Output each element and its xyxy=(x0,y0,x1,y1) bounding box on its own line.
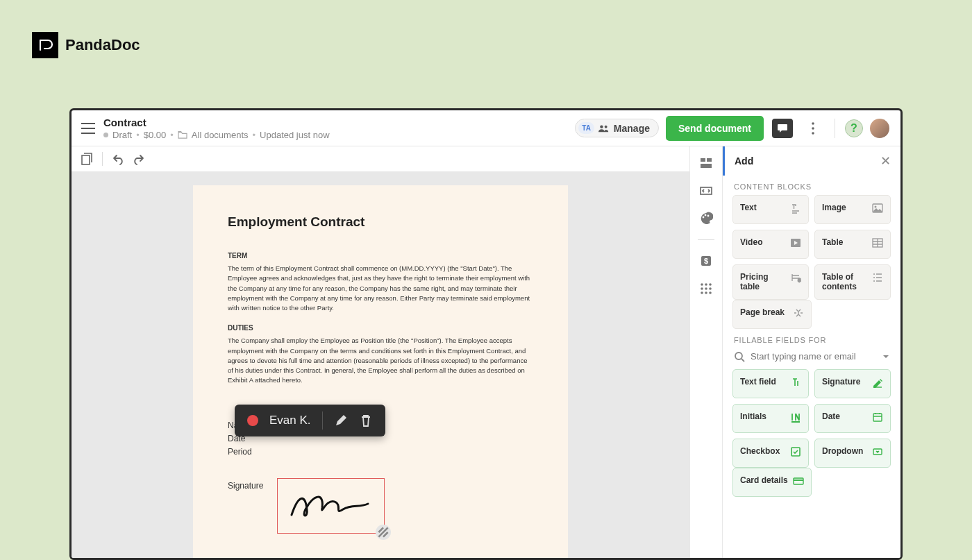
edit-icon[interactable] xyxy=(334,414,348,427)
undo-icon[interactable] xyxy=(111,152,125,166)
divider xyxy=(322,411,323,430)
svg-point-20 xyxy=(705,287,707,290)
block-pricing-table[interactable]: Pricing table$ xyxy=(732,264,809,300)
section-title: TERM xyxy=(228,252,533,260)
svg-point-0 xyxy=(600,125,603,128)
document-meta: Draft • $0.00 • All documents • Updated … xyxy=(103,130,568,140)
side-rail: $ xyxy=(689,146,723,558)
svg-rect-34 xyxy=(794,478,803,484)
document-page: Employment Contract TERM The term of thi… xyxy=(193,185,568,558)
checkbox-icon xyxy=(790,446,801,457)
signature-field[interactable] xyxy=(277,478,385,534)
table-block-icon xyxy=(872,237,883,248)
divider xyxy=(835,119,835,138)
field-signature[interactable]: Signature xyxy=(814,369,891,398)
signature-row: Signature xyxy=(228,478,533,534)
people-icon xyxy=(598,124,610,133)
field-initials[interactable]: Initials xyxy=(732,404,809,433)
svg-point-12 xyxy=(705,214,707,217)
pricing-rail-icon[interactable]: $ xyxy=(699,254,713,268)
apps-rail-icon[interactable] xyxy=(699,282,713,296)
svg-rect-8 xyxy=(707,158,712,162)
svg-point-18 xyxy=(709,283,712,286)
app-window: Contract Draft • $0.00 • All documents •… xyxy=(69,108,903,560)
block-image[interactable]: Image xyxy=(814,195,891,224)
field-checkbox[interactable]: Checkbox xyxy=(732,439,809,468)
delete-icon[interactable] xyxy=(359,414,373,427)
section-body: The term of this Employment Contract sha… xyxy=(228,264,533,313)
separator: • xyxy=(136,130,140,140)
menu-icon[interactable] xyxy=(80,120,97,137)
chevron-down-icon[interactable] xyxy=(882,353,889,360)
fillable-fields-label: FILLABLE FIELDS FOR xyxy=(723,329,900,348)
document-canvas[interactable]: Employment Contract TERM The term of thi… xyxy=(72,171,689,558)
send-document-button[interactable]: Send document xyxy=(666,116,764,141)
dropdown-icon xyxy=(872,446,883,457)
svg-point-13 xyxy=(707,215,710,217)
text-block-icon xyxy=(790,203,801,214)
svg-point-24 xyxy=(709,291,712,294)
block-table[interactable]: Table xyxy=(814,230,891,259)
document-heading: Employment Contract xyxy=(228,214,533,230)
signature-icon xyxy=(872,377,883,388)
section-title: DUTIES xyxy=(228,324,533,332)
block-video[interactable]: Video xyxy=(732,230,809,259)
user-initials-badge: TA xyxy=(578,122,594,134)
variables-rail-icon[interactable] xyxy=(699,184,713,198)
fillable-fields-grid: Text field Signature Initials Date Check… xyxy=(723,369,900,468)
fillable-fields-grid-2: Card details xyxy=(723,468,812,497)
blocks-rail-icon[interactable] xyxy=(699,156,713,170)
recipient-search-input[interactable] xyxy=(751,351,877,362)
pages-icon[interactable] xyxy=(80,152,94,166)
svg-rect-9 xyxy=(701,164,712,168)
field-label: Period xyxy=(228,446,533,459)
breadcrumb[interactable]: All documents xyxy=(192,130,249,140)
document-title: Contract xyxy=(103,117,568,128)
pricing-block-icon: $ xyxy=(790,272,801,283)
brand-logo: PandaDoc xyxy=(32,32,140,58)
chat-icon xyxy=(772,119,793,138)
svg-point-26 xyxy=(875,206,877,208)
recipient-search[interactable] xyxy=(723,348,900,369)
svg-point-22 xyxy=(701,291,703,294)
pagebreak-block-icon xyxy=(793,307,804,319)
svg-text:$: $ xyxy=(704,257,708,265)
pandadoc-icon xyxy=(32,32,58,58)
updated-time: Updated just now xyxy=(260,130,329,140)
block-page-break[interactable]: Page break xyxy=(732,300,812,329)
resize-handle-icon[interactable] xyxy=(376,525,391,540)
redo-icon[interactable] xyxy=(132,152,146,166)
manage-recipients-button[interactable]: TA Manage xyxy=(575,119,659,137)
svg-text:$: $ xyxy=(798,277,801,283)
content-blocks-label: CONTENT BLOCKS xyxy=(723,176,900,195)
svg-point-1 xyxy=(605,125,608,128)
field-text[interactable]: Text field xyxy=(732,369,809,398)
help-button[interactable]: ? xyxy=(845,119,863,137)
folder-icon xyxy=(178,130,187,139)
more-options-button[interactable] xyxy=(801,117,825,140)
field-card-details[interactable]: Card details xyxy=(732,468,812,497)
panel-title: Add xyxy=(735,155,753,167)
document-amount: $0.00 xyxy=(144,130,167,140)
assignee-name[interactable]: Evan K. xyxy=(269,414,311,427)
close-icon[interactable]: ✕ xyxy=(880,153,891,169)
content-blocks-grid-2: Page break xyxy=(723,300,812,329)
comments-button[interactable] xyxy=(771,117,794,140)
toolbar xyxy=(72,146,689,171)
main-area: Employment Contract TERM The term of thi… xyxy=(72,146,900,558)
field-date[interactable]: Date xyxy=(814,404,891,433)
user-avatar[interactable] xyxy=(870,119,889,138)
signature-label: Signature xyxy=(228,478,263,491)
svg-point-21 xyxy=(709,287,712,290)
field-toolbar: Evan K. xyxy=(235,405,385,436)
field-dropdown[interactable]: Dropdown xyxy=(814,439,891,468)
content-blocks-grid: Text Image Video Table Pricing table$ Ta… xyxy=(723,195,900,300)
document-status: Draft xyxy=(112,130,132,140)
separator: • xyxy=(253,130,256,140)
block-text[interactable]: Text xyxy=(732,195,809,224)
svg-point-17 xyxy=(705,283,707,286)
block-toc[interactable]: Table of contents xyxy=(814,264,891,300)
brand-name: PandaDoc xyxy=(65,36,140,54)
divider xyxy=(102,152,103,166)
design-rail-icon[interactable] xyxy=(699,212,713,226)
